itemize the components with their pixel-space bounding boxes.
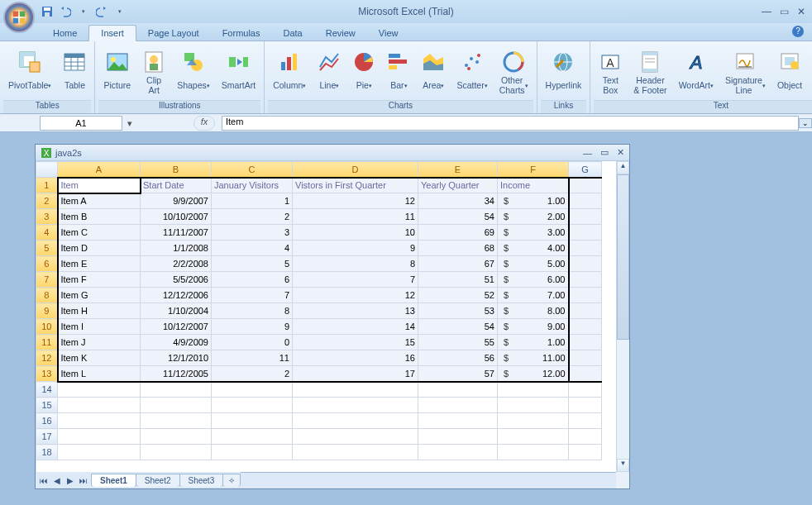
cell-C7[interactable]: 6: [212, 272, 293, 288]
vertical-scrollbar[interactable]: ▲ ▼: [616, 161, 629, 472]
col-header-G[interactable]: G: [569, 162, 602, 178]
cell-C12[interactable]: 11: [212, 350, 293, 366]
worksheet-grid[interactable]: ABCDEFG1ItemStart DateJanuary VisitorsVi…: [36, 161, 616, 472]
cell-F14[interactable]: [498, 382, 569, 398]
cell-C5[interactable]: 4: [212, 241, 293, 256]
cell-G15[interactable]: [569, 398, 602, 413]
col-header-C[interactable]: C: [212, 162, 293, 178]
cell-G2[interactable]: [569, 193, 602, 209]
cell-F16[interactable]: [498, 413, 569, 429]
cell-G13[interactable]: [569, 366, 602, 382]
cell-C9[interactable]: 8: [212, 303, 293, 319]
cell-B3[interactable]: 10/10/2007: [141, 209, 212, 225]
row-header-3[interactable]: 3: [36, 209, 58, 225]
cell-A3[interactable]: Item B: [58, 209, 141, 225]
cell-D5[interactable]: 9: [293, 241, 418, 256]
wb-close-button[interactable]: ✕: [617, 147, 624, 158]
scroll-thumb[interactable]: [617, 174, 629, 340]
cell-A1[interactable]: Item: [58, 178, 141, 193]
area-chart-button[interactable]: Area▾: [417, 46, 450, 98]
cell-C13[interactable]: 2: [212, 366, 293, 382]
clipart-button[interactable]: Clip Art: [137, 46, 170, 98]
cell-F13[interactable]: 12.00: [498, 366, 569, 382]
cell-E7[interactable]: 51: [418, 272, 498, 288]
table-button[interactable]: Table: [58, 46, 91, 98]
cell-C2[interactable]: 1: [212, 193, 293, 209]
shapes-button[interactable]: Shapes▾: [172, 46, 215, 98]
cell-B7[interactable]: 5/5/2006: [141, 272, 212, 288]
cell-D7[interactable]: 7: [293, 272, 418, 288]
cell-F18[interactable]: [498, 445, 569, 460]
row-header-6[interactable]: 6: [36, 256, 58, 272]
cell-A9[interactable]: Item H: [58, 303, 141, 319]
row-header-11[interactable]: 11: [36, 335, 58, 350]
cell-D3[interactable]: 11: [293, 209, 418, 225]
col-header-F[interactable]: F: [498, 162, 569, 178]
redo-button[interactable]: [94, 4, 109, 19]
cell-E11[interactable]: 55: [418, 335, 498, 350]
cell-B12[interactable]: 12/1/2010: [141, 350, 212, 366]
picture-button[interactable]: Picture: [98, 46, 136, 98]
bar-chart-button[interactable]: Bar▾: [382, 46, 415, 98]
cell-E2[interactable]: 34: [418, 193, 498, 209]
cell-G6[interactable]: [569, 256, 602, 272]
cell-E4[interactable]: 69: [418, 225, 498, 241]
row-header-10[interactable]: 10: [36, 319, 58, 335]
cell-A11[interactable]: Item J: [58, 335, 141, 350]
cell-F2[interactable]: 1.00: [498, 193, 569, 209]
cell-G10[interactable]: [569, 319, 602, 335]
cell-A12[interactable]: Item K: [58, 350, 141, 366]
cell-B5[interactable]: 1/1/2008: [141, 241, 212, 256]
cell-A15[interactable]: [58, 398, 141, 413]
sheet-nav-next[interactable]: ▶: [64, 476, 77, 485]
cell-A5[interactable]: Item D: [58, 241, 141, 256]
cell-G3[interactable]: [569, 209, 602, 225]
row-header-7[interactable]: 7: [36, 272, 58, 288]
cell-F1[interactable]: Income: [498, 178, 569, 193]
cell-D10[interactable]: 14: [293, 319, 418, 335]
help-button[interactable]: ?: [792, 26, 804, 37]
cell-B18[interactable]: [141, 445, 212, 460]
cell-C4[interactable]: 3: [212, 225, 293, 241]
cell-D6[interactable]: 8: [293, 256, 418, 272]
sheet-tab-2[interactable]: Sheet2: [136, 474, 180, 487]
cell-E16[interactable]: [418, 413, 498, 429]
cell-B8[interactable]: 12/12/2006: [141, 288, 212, 303]
fx-button[interactable]: fx: [193, 116, 215, 131]
cell-D12[interactable]: 16: [293, 350, 418, 366]
cell-D13[interactable]: 17: [293, 366, 418, 382]
cell-E18[interactable]: [418, 445, 498, 460]
cell-D4[interactable]: 10: [293, 225, 418, 241]
restore-button[interactable]: ▭: [780, 6, 789, 17]
wb-maximize-button[interactable]: ▭: [600, 147, 609, 158]
cell-F11[interactable]: 1.00: [498, 335, 569, 350]
cell-G12[interactable]: [569, 350, 602, 366]
minimize-button[interactable]: —: [762, 6, 771, 17]
tab-page-layout[interactable]: Page Layout: [136, 26, 211, 40]
sheet-tab-3[interactable]: Sheet3: [179, 474, 224, 487]
col-header-A[interactable]: A: [58, 162, 141, 178]
cell-D15[interactable]: [293, 398, 418, 413]
cell-C1[interactable]: January Visitors: [212, 178, 293, 193]
cell-G11[interactable]: [569, 335, 602, 350]
undo-dropdown[interactable]: ▾: [76, 4, 91, 19]
cell-C11[interactable]: 0: [212, 335, 293, 350]
line-chart-button[interactable]: Line▾: [313, 46, 346, 98]
scroll-up-button[interactable]: ▲: [617, 161, 629, 174]
cell-G7[interactable]: [569, 272, 602, 288]
close-button[interactable]: ✕: [797, 6, 805, 17]
pivottable-button[interactable]: PivotTable▾: [3, 46, 56, 98]
select-all-corner[interactable]: [36, 162, 58, 178]
row-header-1[interactable]: 1: [36, 178, 58, 193]
cell-E14[interactable]: [418, 382, 498, 398]
cell-E5[interactable]: 68: [418, 241, 498, 256]
cell-B17[interactable]: [141, 429, 212, 445]
cell-D1[interactable]: Vistors in First Quarter: [293, 178, 418, 193]
cell-E6[interactable]: 67: [418, 256, 498, 272]
cell-A7[interactable]: Item F: [58, 272, 141, 288]
pie-chart-button[interactable]: Pie▾: [347, 46, 380, 98]
cell-D11[interactable]: 15: [293, 335, 418, 350]
cell-D14[interactable]: [293, 382, 418, 398]
cell-G16[interactable]: [569, 413, 602, 429]
row-header-14[interactable]: 14: [36, 382, 58, 398]
